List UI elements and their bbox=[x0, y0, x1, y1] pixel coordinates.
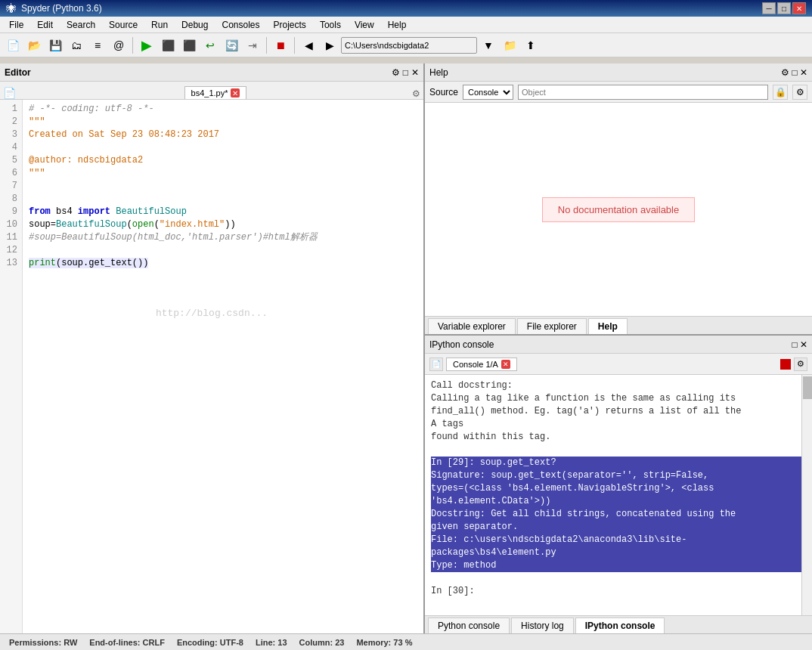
maximize-button[interactable]: □ bbox=[777, 2, 791, 14]
column-status: Column: 23 bbox=[299, 638, 345, 647]
editor-tabs: 📄 bs4_1.py* ✕ ⚙ bbox=[0, 82, 423, 100]
menu-search[interactable]: Search bbox=[60, 18, 101, 32]
console-settings-icon[interactable]: ⚙ bbox=[794, 358, 807, 371]
console-tab-1[interactable]: Console 1/A ✕ bbox=[446, 358, 517, 371]
path-input[interactable] bbox=[341, 37, 477, 54]
help-panel: Help ⚙ □ ✕ Source Console 🔒 ⚙ No documen… bbox=[425, 63, 812, 336]
right-panels: Help ⚙ □ ✕ Source Console 🔒 ⚙ No documen… bbox=[425, 63, 812, 633]
help-tabs: Variable explorer File explorer Help bbox=[425, 316, 812, 334]
menu-tools[interactable]: Tools bbox=[314, 18, 347, 32]
help-maximize-icon[interactable]: □ bbox=[792, 67, 797, 78]
menu-view[interactable]: View bbox=[349, 18, 380, 32]
console-file2: packages\bs4\element.py bbox=[431, 546, 806, 559]
python-console-tab[interactable]: Python console bbox=[428, 618, 510, 633]
console-line-calldoc: Call docstring: bbox=[431, 379, 806, 392]
menu-edit[interactable]: Edit bbox=[31, 18, 59, 32]
ipython-console-tab[interactable]: IPython console bbox=[575, 618, 665, 633]
console-body[interactable]: Call docstring: Calling a tag like a fun… bbox=[425, 375, 812, 615]
help-header-icons: ⚙ □ ✕ bbox=[781, 67, 807, 78]
debug-stop-button[interactable]: ⏹ bbox=[271, 36, 290, 55]
run-button[interactable]: ▶ bbox=[137, 36, 157, 55]
console-stop-button[interactable] bbox=[780, 359, 791, 370]
variable-explorer-tab[interactable]: Variable explorer bbox=[428, 318, 516, 334]
menu-file[interactable]: File bbox=[3, 18, 29, 32]
file-explorer-tab[interactable]: File explorer bbox=[517, 318, 587, 334]
open-file-button[interactable]: 📂 bbox=[24, 36, 44, 55]
console-tab-close[interactable]: ✕ bbox=[501, 360, 510, 369]
memory-status: Memory: 73 % bbox=[356, 638, 412, 647]
save-all-button[interactable]: 🗂 bbox=[67, 36, 86, 55]
eol-status: End-of-lines: CRLF bbox=[89, 638, 165, 647]
editor-settings-icon[interactable]: ⚙ bbox=[392, 67, 400, 78]
toolbar-separator-2 bbox=[266, 37, 267, 54]
console-close-icon[interactable]: ✕ bbox=[800, 339, 807, 350]
editor-header: Editor ⚙ □ ✕ bbox=[0, 63, 423, 82]
save-file-button[interactable]: 💾 bbox=[45, 36, 65, 55]
source-select[interactable]: Console bbox=[463, 85, 513, 100]
console-new-icon[interactable]: 📄 bbox=[429, 358, 443, 371]
editor-close-icon[interactable]: ✕ bbox=[411, 67, 419, 78]
menu-debug[interactable]: Debug bbox=[175, 18, 214, 32]
title-bar: 🕷 Spyder (Python 3.6) ─ □ ✕ bbox=[0, 0, 812, 17]
line-status: Line: 13 bbox=[256, 638, 287, 647]
restart-button[interactable]: 🔄 bbox=[222, 36, 241, 55]
browse-button[interactable]: ▼ bbox=[479, 36, 498, 55]
menu-run[interactable]: Run bbox=[145, 18, 174, 32]
console-scrollbar[interactable] bbox=[801, 375, 812, 615]
help-close-icon[interactable]: ✕ bbox=[800, 67, 807, 78]
menu-consoles[interactable]: Consoles bbox=[215, 18, 265, 32]
new-tab-icon[interactable]: 📄 bbox=[3, 87, 16, 99]
new-file-button[interactable]: 📄 bbox=[3, 36, 23, 55]
no-documentation-box: No documentation available bbox=[542, 197, 695, 222]
console-in30[interactable]: In [30]: bbox=[431, 585, 806, 598]
help-options-icon[interactable]: ⚙ bbox=[792, 85, 807, 100]
help-tab[interactable]: Help bbox=[588, 318, 628, 334]
console-scrollbar-thumb[interactable] bbox=[803, 376, 812, 399]
eol-value: CRLF bbox=[143, 638, 165, 647]
lock-icon[interactable]: 🔒 bbox=[773, 85, 788, 100]
menu-projects[interactable]: Projects bbox=[268, 18, 312, 32]
console-line-3: A tags bbox=[431, 418, 806, 431]
run-file-button[interactable]: ⬛ bbox=[158, 36, 178, 55]
stop-button[interactable]: ⬛ bbox=[179, 36, 199, 55]
open-folder-button[interactable]: 📁 bbox=[500, 36, 519, 55]
console-sig3: 'bs4.element.CData'>)) bbox=[431, 495, 806, 508]
console-tabs-bar: 📄 Console 1/A ✕ ⚙ bbox=[425, 354, 812, 375]
close-all-button[interactable]: @ bbox=[109, 36, 129, 55]
step-over-button[interactable]: ⇥ bbox=[243, 36, 262, 55]
encoding-value: UTF-8 bbox=[220, 638, 243, 647]
upload-button[interactable]: ⬆ bbox=[521, 36, 541, 55]
status-bar: Permissions: RW End-of-lines: CRLF Encod… bbox=[0, 633, 812, 650]
menu-help[interactable]: Help bbox=[382, 18, 413, 32]
close-button[interactable]: ✕ bbox=[792, 2, 806, 14]
code-area: 12345 678910 111213 # -*- coding: utf-8 … bbox=[0, 100, 423, 633]
editor-body[interactable]: 12345 678910 111213 # -*- coding: utf-8 … bbox=[0, 100, 423, 633]
print-button[interactable]: ≡ bbox=[88, 36, 107, 55]
help-settings-icon[interactable]: ⚙ bbox=[781, 67, 789, 78]
menu-source[interactable]: Source bbox=[103, 18, 144, 32]
nav-forward-button[interactable]: ▶ bbox=[320, 36, 339, 55]
permissions-status: Permissions: RW bbox=[9, 638, 77, 647]
nav-back-button[interactable]: ◀ bbox=[299, 36, 318, 55]
console-header: IPython console □ ✕ bbox=[425, 336, 812, 354]
run-current-button[interactable]: ↩ bbox=[200, 36, 220, 55]
minimize-button[interactable]: ─ bbox=[762, 2, 776, 14]
editor-tab-bs4[interactable]: bs4_1.py* ✕ bbox=[184, 86, 247, 99]
editor-panel-title: Editor bbox=[5, 67, 31, 78]
console-header-icons: □ ✕ bbox=[792, 339, 807, 350]
history-log-tab[interactable]: History log bbox=[511, 618, 574, 633]
editor-maximize-icon[interactable]: □ bbox=[403, 67, 408, 78]
console-panel: IPython console □ ✕ 📄 Console 1/A ✕ ⚙ bbox=[425, 336, 812, 633]
console-doc2: given separator. bbox=[431, 521, 806, 534]
main-content: Editor ⚙ □ ✕ 📄 bs4_1.py* ✕ ⚙ 12345 67891… bbox=[0, 63, 812, 633]
code-content[interactable]: # -*- coding: utf-8 -*- """ Created on S… bbox=[23, 100, 423, 633]
tab-settings-icon[interactable]: ⚙ bbox=[412, 88, 420, 99]
console-line-4: found within this tag. bbox=[431, 431, 806, 444]
app-title: Spyder (Python 3.6) bbox=[21, 3, 762, 14]
console-maximize-icon[interactable]: □ bbox=[792, 339, 797, 350]
object-input[interactable] bbox=[518, 85, 768, 100]
editor-header-icons: ⚙ □ ✕ bbox=[392, 67, 419, 78]
console-panel-title: IPython console bbox=[429, 339, 494, 350]
encoding-status: Encoding: UTF-8 bbox=[177, 638, 243, 647]
tab-close-button[interactable]: ✕ bbox=[231, 88, 240, 98]
